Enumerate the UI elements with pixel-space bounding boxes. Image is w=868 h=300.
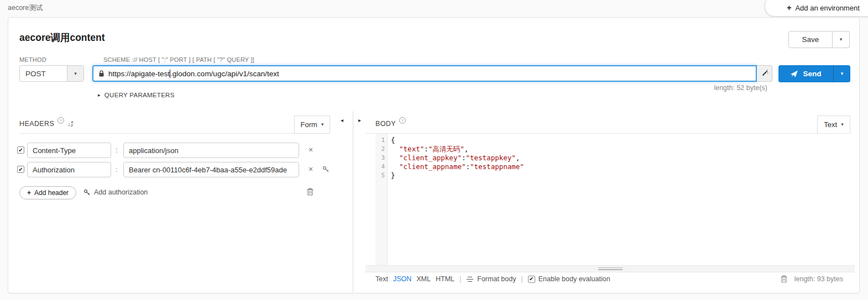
- format-lines-icon: [466, 276, 474, 282]
- body-view-mode-value: Text: [824, 120, 837, 129]
- help-icon[interactable]: ?: [399, 117, 406, 124]
- headers-header-rule: [19, 133, 294, 134]
- resize-grip-icon: [598, 267, 623, 270]
- headers-view-mode-value: Form: [301, 120, 317, 129]
- plain-token: }: [391, 171, 395, 180]
- colon-separator: :: [116, 165, 118, 173]
- add-header-label: Add header: [34, 189, 69, 197]
- plain-token: ,: [464, 145, 469, 153]
- format-body-button[interactable]: Format body: [466, 275, 516, 283]
- request-card: aecore调用content Save ▾ METHOD SCHEME ://…: [8, 17, 860, 293]
- url-text-before-caret: https://apigate-test: [108, 70, 170, 78]
- format-tab-xml[interactable]: XML: [416, 275, 431, 283]
- body-toolbar: TextJSONXMLHTML | Format body | ✔ Enable…: [375, 275, 610, 283]
- code-line: "text":"高清无码",: [391, 145, 855, 154]
- plain-token: :: [424, 145, 428, 153]
- method-value: POST: [20, 66, 67, 81]
- sort-az-icon[interactable]: ↓ AZ: [67, 120, 74, 127]
- code-area[interactable]: { "text":"高清无码", "client_appkey":"testap…: [388, 134, 855, 265]
- format-tab-text[interactable]: Text: [375, 275, 388, 283]
- add-environment-label: Add an environment: [795, 4, 859, 12]
- body-title-label: BODY: [375, 120, 396, 128]
- chevron-down-icon: ▾: [840, 37, 843, 42]
- string-token: "client_appname": [399, 162, 466, 171]
- checkbox-checked[interactable]: ✔: [17, 146, 24, 154]
- key-icon: [83, 189, 91, 196]
- chevron-down-icon: ▾: [74, 71, 77, 76]
- url-scheme-label: SCHEME :// HOST [ ":" PORT ] [ PATH [ "?…: [103, 56, 254, 63]
- line-number: 5: [375, 171, 385, 180]
- string-token: "高清无码": [428, 145, 464, 153]
- collapse-left-icon[interactable]: ◂: [341, 117, 343, 123]
- plain-token: ,: [516, 154, 520, 162]
- close-icon[interactable]: ×: [307, 145, 315, 154]
- enable-body-evaluation-toggle[interactable]: ✔ Enable body evaluation: [528, 275, 610, 283]
- method-dropdown-button[interactable]: ▾: [67, 66, 83, 81]
- add-environment-button[interactable]: + Add an environment: [765, 0, 868, 17]
- chevron-down-icon: ▾: [321, 122, 324, 127]
- code-line: "client_appname":"testappname": [391, 162, 855, 171]
- headers-panel-title: HEADERS ? ↓ AZ: [19, 120, 74, 128]
- url-input[interactable]: https://apigate-test .glodon.com/ugc/api…: [92, 65, 757, 82]
- url-group: https://apigate-test .glodon.com/ugc/api…: [92, 65, 772, 82]
- plus-icon: +: [27, 189, 31, 197]
- headers-title-label: HEADERS: [19, 120, 54, 128]
- body-panel-title: BODY ?: [375, 120, 406, 128]
- help-icon[interactable]: ?: [57, 117, 64, 124]
- method-select[interactable]: POST ▾: [19, 65, 84, 82]
- delete-headers-icon[interactable]: [307, 188, 313, 196]
- code-line: "client_appkey":"testappkey",: [391, 154, 855, 162]
- send-dropdown-button[interactable]: ▾: [833, 65, 850, 82]
- close-icon[interactable]: ×: [307, 165, 315, 173]
- save-button[interactable]: Save: [788, 31, 833, 48]
- enable-body-evaluation-label: Enable body evaluation: [538, 275, 610, 283]
- wand-icon: [761, 70, 768, 77]
- code-line: {: [391, 136, 855, 145]
- format-tab-html[interactable]: HTML: [436, 275, 454, 283]
- format-tab-json[interactable]: JSON: [393, 275, 411, 283]
- editor-resize-handle[interactable]: [365, 265, 855, 272]
- url-text-after-caret: .glodon.com/ugc/api/v1/scan/text: [170, 70, 279, 78]
- body-view-mode-select[interactable]: Text ▾: [817, 115, 850, 134]
- save-split-button: Save ▾: [788, 31, 850, 48]
- header-name-input[interactable]: [27, 162, 111, 177]
- header-value-input[interactable]: [123, 143, 299, 158]
- expand-right-icon[interactable]: ▸: [358, 117, 361, 123]
- checkbox-checked[interactable]: ✔: [17, 166, 24, 173]
- header-value-input[interactable]: [123, 162, 299, 177]
- lock-icon: [98, 70, 104, 77]
- paper-plane-icon: [790, 70, 798, 78]
- plain-token: {: [391, 136, 395, 144]
- plain-token: :: [466, 162, 470, 171]
- headers-view-mode-select[interactable]: Form ▾: [294, 115, 330, 134]
- header-row: ✔:×: [8, 143, 353, 158]
- string-token: "testappkey": [466, 154, 515, 162]
- query-parameters-toggle[interactable]: ▸ QUERY PARAMETERS: [98, 92, 175, 98]
- add-header-button[interactable]: + Add header: [19, 186, 76, 199]
- string-token: "text": [399, 145, 424, 153]
- disclosure-triangle-icon: ▸: [98, 92, 101, 98]
- string-token: "client_appkey": [399, 154, 462, 162]
- chevron-down-icon: ▾: [841, 71, 844, 76]
- method-label: METHOD: [19, 56, 46, 63]
- plain-token: [391, 162, 399, 171]
- header-name-input[interactable]: [27, 143, 111, 158]
- panel-divider[interactable]: [353, 111, 353, 292]
- plus-icon: +: [787, 3, 791, 12]
- body-length-text: length: 93 bytes: [794, 275, 843, 283]
- url-length-text: length: 52 byte(s): [602, 84, 767, 92]
- line-number-gutter: 12345: [375, 134, 388, 265]
- header-row: ✔:×: [8, 162, 353, 177]
- chevron-down-icon: ▾: [841, 122, 844, 127]
- curl-import-button[interactable]: [757, 65, 772, 82]
- page-title: aecore调用content: [19, 31, 105, 44]
- key-icon[interactable]: [322, 166, 330, 173]
- save-dropdown-button[interactable]: ▾: [833, 31, 850, 48]
- send-label: Send: [803, 70, 821, 78]
- line-number: 4: [375, 162, 385, 171]
- add-authorization-button[interactable]: Add authorization: [83, 188, 148, 196]
- body-code-editor: 12345 { "text":"高清无码", "client_appkey":"…: [375, 134, 855, 265]
- send-button[interactable]: Send: [778, 65, 833, 82]
- checkbox-checked[interactable]: ✔: [528, 276, 535, 283]
- delete-body-icon[interactable]: [781, 275, 787, 283]
